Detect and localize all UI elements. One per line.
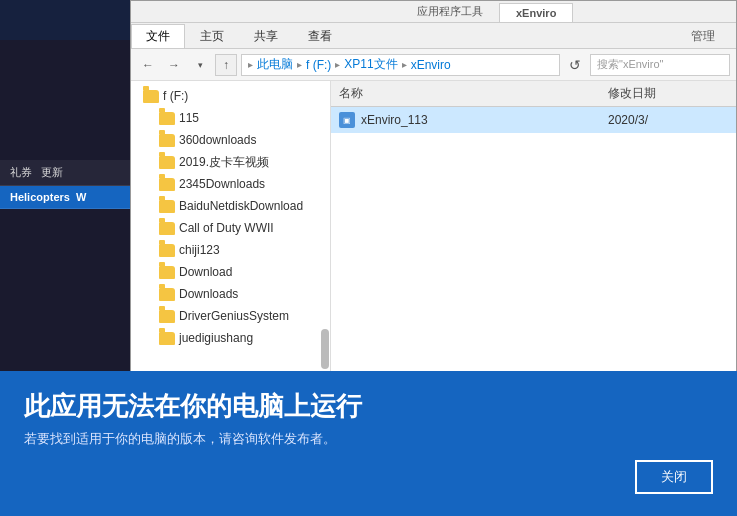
tree-label-download: Download (179, 265, 232, 279)
dialog-title: 此应用无法在你的电脑上运行 (24, 391, 713, 422)
tool-tab-active[interactable]: xEnviro (499, 3, 573, 22)
tree-item-downloads[interactable]: Downloads (131, 283, 330, 305)
file-list-header: 名称 修改日期 (331, 81, 736, 107)
folder-icon-cod (159, 222, 175, 235)
tree-item-2345[interactable]: 2345Downloads (131, 173, 330, 195)
scrollbar-thumb[interactable] (321, 329, 329, 369)
folder-icon-driver (159, 310, 175, 323)
tab-view[interactable]: 查看 (293, 24, 347, 48)
category-gifts[interactable]: 礼券 更新 (0, 160, 130, 186)
folder-icon-juedi (159, 332, 175, 345)
tree-label-360downloads: 360downloads (179, 133, 256, 147)
tab-home[interactable]: 主页 (185, 24, 239, 48)
search-placeholder: 搜索"xEnviro" (597, 57, 664, 72)
folder-icon-2019 (159, 156, 175, 169)
ribbon-tabs: 文件 主页 共享 查看 管理 (131, 23, 736, 49)
tree-item-download[interactable]: Download (131, 261, 330, 283)
forward-button[interactable]: → (163, 54, 185, 76)
dialog-close-button[interactable]: 关闭 (635, 460, 713, 494)
file-item-xenviro[interactable]: ▣ xEnviro_113 2020/3/ (331, 107, 736, 133)
path-xp11[interactable]: XP11文件 (344, 56, 397, 73)
error-dialog: 此应用无法在你的电脑上运行 若要找到适用于你的电脑的版本，请咨询软件发布者。 关… (0, 371, 737, 516)
tab-manage[interactable]: 管理 (676, 24, 736, 48)
tree-item-baidu[interactable]: BaiduNetdiskDownload (131, 195, 330, 217)
dialog-buttons: 关闭 (24, 460, 713, 494)
tree-label-driver: DriverGeniusSystem (179, 309, 289, 323)
search-box[interactable]: 搜索"xEnviro" (590, 54, 730, 76)
exe-icon: ▣ (339, 112, 355, 128)
path-this-pc[interactable]: 此电脑 (257, 56, 293, 73)
folder-icon-chiji (159, 244, 175, 257)
address-bar: ← → ▾ ↑ ▸ 此电脑 ▸ f (F:) ▸ XP11文件 ▸ xEnvir… (131, 49, 736, 81)
tree-root[interactable]: f (F:) (131, 85, 330, 107)
folder-icon-360downloads (159, 134, 175, 147)
dialog-message: 若要找到适用于你的电脑的版本，请咨询软件发布者。 (24, 430, 713, 448)
address-path[interactable]: ▸ 此电脑 ▸ f (F:) ▸ XP11文件 ▸ xEnviro (241, 54, 560, 76)
tree-item-cod[interactable]: Call of Duty WWII (131, 217, 330, 239)
tree-label-downloads: Downloads (179, 287, 238, 301)
path-arrow: ▸ (248, 59, 253, 70)
recent-button[interactable]: ▾ (189, 54, 211, 76)
sep1: ▸ (297, 59, 302, 70)
tool-tab-label[interactable]: 应用程序工具 (401, 1, 499, 22)
file-name: xEnviro_113 (361, 113, 602, 127)
tree-item-115[interactable]: 115 (131, 107, 330, 129)
column-name: 名称 (339, 85, 608, 102)
tree-label-baidu: BaiduNetdiskDownload (179, 199, 303, 213)
path-f-drive[interactable]: f (F:) (306, 58, 331, 72)
tab-share[interactable]: 共享 (239, 24, 293, 48)
folder-icon-115 (159, 112, 175, 125)
back-button[interactable]: ← (137, 54, 159, 76)
tree-label-cod: Call of Duty WWII (179, 221, 274, 235)
tree-item-2019[interactable]: 2019.皮卡车视频 (131, 151, 330, 173)
column-date: 修改日期 (608, 85, 728, 102)
category-helicopters[interactable]: Helicopters W (0, 186, 130, 209)
tree-label-juedi: juedigiushang (179, 331, 253, 345)
folder-icon-download (159, 266, 175, 279)
folder-icon-root (143, 90, 159, 103)
folder-icon-baidu (159, 200, 175, 213)
up-button[interactable]: ↑ (215, 54, 237, 76)
tree-root-label: f (F:) (163, 89, 188, 103)
sidebar-top (0, 0, 130, 40)
tree-item-driver[interactable]: DriverGeniusSystem (131, 305, 330, 327)
sep3: ▸ (402, 59, 407, 70)
file-date: 2020/3/ (608, 113, 728, 127)
tab-file[interactable]: 文件 (131, 24, 185, 48)
tree-label-2019: 2019.皮卡车视频 (179, 154, 269, 171)
refresh-button[interactable]: ↺ (564, 54, 586, 76)
tree-label-chiji: chiji123 (179, 243, 220, 257)
folder-icon-downloads (159, 288, 175, 301)
tree-item-360downloads[interactable]: 360downloads (131, 129, 330, 151)
left-categories: 礼券 更新 Helicopters W (0, 160, 130, 209)
tree-label-115: 115 (179, 111, 199, 125)
folder-icon-2345 (159, 178, 175, 191)
tree-item-chiji[interactable]: chiji123 (131, 239, 330, 261)
tool-tab-area: 应用程序工具 xEnviro (131, 1, 736, 23)
tree-label-2345: 2345Downloads (179, 177, 265, 191)
sep2: ▸ (335, 59, 340, 70)
tree-item-juedi[interactable]: juedigiushang (131, 327, 330, 349)
file-icon-exe: ▣ (339, 112, 355, 128)
path-xenviro[interactable]: xEnviro (411, 58, 451, 72)
